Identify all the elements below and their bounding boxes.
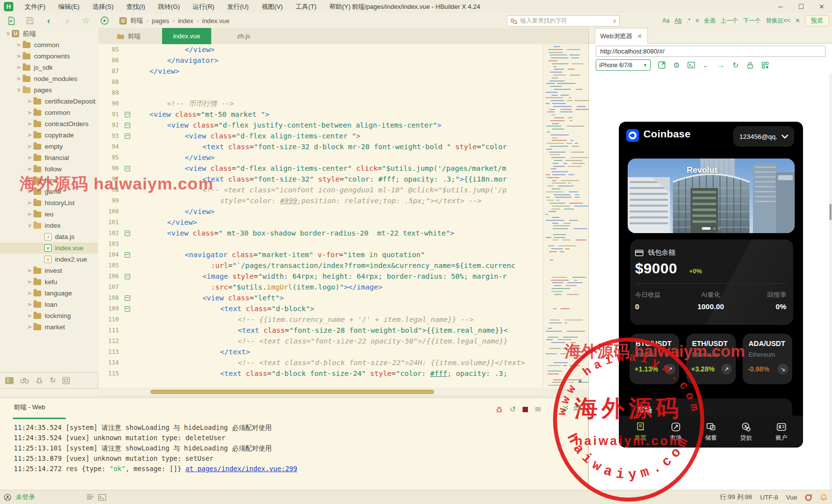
package-icon[interactable] (62, 377, 70, 384)
code-line-89[interactable]: 89 (98, 87, 543, 98)
chevron-closed-icon[interactable]: > (26, 313, 33, 319)
nav-item-储蓄[interactable]: 储蓄 (700, 416, 722, 448)
close-icon[interactable]: ✕ (638, 33, 642, 40)
sidebar-item-index[interactable]: >index (0, 220, 98, 231)
menu-item-选择[interactable]: 选择(S) (86, 0, 120, 13)
sidebar-item-lockming[interactable]: >lockming (0, 310, 98, 321)
debug-bug-icon[interactable] (35, 376, 43, 384)
nav-item-首页[interactable]: 首页 (630, 416, 651, 448)
maximize-button[interactable]: ☐ (791, 0, 811, 13)
sidebar-item-node_modules[interactable]: >node_modules (0, 73, 98, 84)
market-tile-btc[interactable]: BTC/USDTBitcoin+1.13%↗ (630, 334, 679, 384)
code-line-101[interactable]: 101</view> (98, 217, 543, 228)
project-tab-group[interactable]: 前端 (117, 28, 140, 44)
breadcrumb-item[interactable]: pages (152, 17, 169, 25)
debug-bug-icon[interactable] (496, 406, 503, 413)
browser-tab[interactable]: Web浏览器 ✕ (595, 28, 648, 44)
carousel-dot[interactable] (713, 227, 716, 230)
sidebar-item-pages[interactable]: >pages (0, 84, 98, 96)
new-file-icon[interactable] (6, 15, 17, 26)
fold-collapse-icon[interactable] (125, 295, 130, 301)
code-line-113[interactable]: 113</text> (98, 346, 543, 357)
chevron-closed-icon[interactable]: > (26, 267, 33, 274)
url-input[interactable]: http://localhost:8080/#/ (596, 46, 826, 57)
market-tile-ada[interactable]: ADA/USDTEthereum-0.98%↘ (743, 334, 792, 384)
sidebar-item-invest[interactable]: >invest (0, 265, 98, 276)
favorite-star-icon[interactable]: ☆ (81, 15, 91, 26)
code-line-102[interactable]: 102<view class=" mt-30 box-shadow border… (98, 228, 543, 239)
chevron-closed-icon[interactable]: > (15, 42, 23, 48)
promo-banner[interactable]: Revolut (628, 159, 795, 233)
sidebar-item-follow[interactable]: >follow (0, 163, 98, 175)
code-line-93[interactable]: 93<view class="d-flex align-items-center… (98, 131, 543, 141)
code-line-87[interactable]: 87</view> (98, 66, 543, 77)
market-tile-eth[interactable]: ETH/USDTEthereum+3.28%↗ (686, 334, 736, 384)
chevron-double-up-icon[interactable] (573, 405, 579, 412)
sidebar-item-common[interactable]: >common (0, 107, 98, 118)
code-line-110[interactable]: 110<!-- {{item.currency_name + '/' + ite… (98, 314, 543, 325)
sidebar-item-certificateDeposit[interactable]: >certificateDeposit (0, 96, 98, 107)
sidebar-item-index.vue[interactable]: Vindex.vue (0, 242, 98, 254)
tab-index-vue[interactable]: index.vue (162, 28, 211, 44)
chevron-open-icon[interactable]: > (5, 30, 11, 38)
chevron-closed-icon[interactable]: > (15, 76, 23, 82)
stop-icon[interactable] (523, 407, 528, 412)
fold-collapse-icon[interactable] (125, 306, 130, 312)
console-panel-icon[interactable] (5, 377, 14, 384)
lock-icon[interactable] (746, 61, 754, 69)
back-icon[interactable]: ‹ (43, 15, 54, 26)
code-line-85[interactable]: 85</view> (98, 44, 543, 55)
refresh-icon[interactable]: ↻ (731, 61, 740, 69)
refresh-icon[interactable]: ↻ (50, 376, 56, 385)
notification-record-icon[interactable] (805, 494, 812, 501)
fold-collapse-icon[interactable] (125, 123, 130, 128)
sidebar-item-common[interactable]: >common (0, 39, 98, 51)
find-input[interactable]: 输入要查找的字符 ∨ (507, 15, 620, 27)
code-editor[interactable]: 85</view>86</navigator>87</view>888990<!… (98, 44, 543, 388)
scrollbar-thumb[interactable] (150, 390, 434, 394)
code-line-86[interactable]: 86</navigator> (98, 55, 543, 66)
code-line-88[interactable]: 88 (98, 77, 543, 87)
sidebar-item-components[interactable]: >components (0, 51, 98, 62)
chevron-open-icon[interactable]: > (16, 86, 22, 94)
fold-collapse-icon[interactable] (125, 231, 130, 236)
sidebar-item-前端[interactable]: >U前端 (0, 28, 98, 39)
close-button[interactable]: ✕ (811, 0, 832, 13)
menu-item-发行[interactable]: 发行(U) (221, 0, 255, 13)
code-line-95[interactable]: 95</view> (98, 152, 543, 163)
gear-icon[interactable]: ⚙ (672, 61, 681, 69)
breadcrumb-item[interactable]: index.vue (202, 17, 230, 25)
sidebar-item-fund[interactable]: >fund (0, 175, 98, 186)
code-line-91[interactable]: 91<view class="mt-50 market "> (98, 109, 543, 120)
browser-scrollbar[interactable] (829, 73, 832, 490)
find-option-1[interactable]: Ab (674, 17, 682, 24)
open-external-icon[interactable] (658, 61, 666, 69)
sidebar-item-financial[interactable]: >financial (0, 152, 98, 163)
search-binoculars-icon[interactable] (20, 377, 29, 384)
source-link[interactable]: at pages/index/index.vue:299 (186, 465, 298, 473)
device-select[interactable]: iPhone 6/7/8 ▼ (596, 59, 651, 71)
chevron-closed-icon[interactable]: > (26, 324, 33, 330)
chevron-closed-icon[interactable]: > (15, 53, 23, 59)
cursor-position[interactable]: 行:99 列:86 (720, 493, 752, 502)
find-option-7[interactable]: 替换区<< (766, 17, 790, 25)
find-option-4[interactable]: 全选 (704, 17, 716, 25)
login-status[interactable]: 未登录 (16, 493, 35, 502)
chevron-closed-icon[interactable]: > (26, 155, 33, 161)
code-line-107[interactable]: 107 :src="$utils.imgUrl(item.logo)"></im… (98, 282, 543, 292)
find-option-5[interactable]: 上一个 (721, 17, 738, 25)
nav-item-市场[interactable]: 市场 (665, 416, 687, 448)
fold-collapse-icon[interactable] (125, 166, 130, 171)
minimize-button[interactable]: ─ (770, 0, 791, 13)
code-line-99[interactable]: 99style="color: #999;position: relative;… (98, 195, 543, 206)
sidebar-item-index2.vue[interactable]: Vindex2.vue (0, 254, 98, 265)
breadcrumb-item[interactable]: index (178, 17, 193, 25)
filetype[interactable]: Vue (786, 494, 797, 501)
find-option-2[interactable]: .* (687, 17, 691, 24)
chevron-closed-icon[interactable]: > (26, 166, 33, 172)
code-line-104[interactable]: 104<navigator class="market-item" v-for=… (98, 249, 543, 260)
editor-minimap[interactable] (543, 44, 589, 389)
sidebar-item-contractOrders[interactable]: >contractOrders (0, 118, 98, 130)
sidebar-item-ieo[interactable]: >ieo (0, 209, 98, 220)
code-line-103[interactable]: 103 (98, 239, 543, 249)
